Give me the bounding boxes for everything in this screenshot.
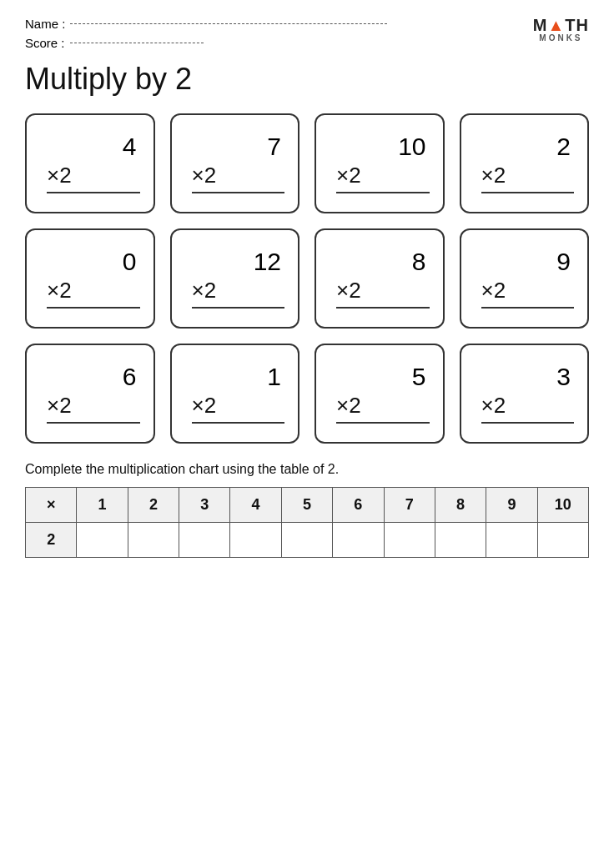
name-input-line [70,23,387,24]
chart-answer-cell[interactable] [77,523,128,558]
problem-inner: 12 ×2 [192,245,285,309]
name-score-section: Name : Score : [25,17,387,50]
problem-inner: 9 ×2 [481,245,575,309]
chart-answer-cell[interactable] [281,523,332,558]
chart-header-cell: × [26,488,77,523]
problem-top-number: 4 [47,130,140,163]
problem-top-number: 1 [192,360,285,393]
logo-math: M▲TH [533,17,589,33]
chart-answer-cell[interactable] [179,523,230,558]
multiplication-chart: ×123456789102 [25,487,589,558]
problem-top-number: 7 [192,130,285,163]
problem-line [336,422,430,424]
chart-answer-cell[interactable] [128,523,179,558]
problem-card: 0 ×2 [25,228,155,329]
chart-header-cell: 4 [230,488,281,523]
problem-card: 8 ×2 [315,228,445,329]
chart-header-cell: 8 [435,488,486,523]
problem-multiplier-row: ×2 [336,393,361,419]
problem-top-number: 2 [481,130,575,163]
multiplier-symbol: ×2 [47,393,72,419]
problem-line [192,422,285,424]
chart-answer-cell[interactable] [537,523,588,558]
chart-answer-cell[interactable] [230,523,281,558]
problem-top-number: 6 [47,360,140,393]
chart-header-cell: 9 [486,488,537,523]
multiplier-symbol: ×2 [481,393,506,419]
problem-inner: 10 ×2 [336,130,430,193]
problem-multiplier-row: ×2 [192,278,217,304]
score-label: Score : [25,36,65,50]
problem-line [481,192,575,193]
problem-multiplier-row: ×2 [192,393,217,419]
problem-card: 10 ×2 [315,113,445,213]
multiplier-symbol: ×2 [47,278,72,304]
problem-line [336,307,430,309]
multiplier-symbol: ×2 [481,163,506,188]
problem-multiplier-row: ×2 [192,163,217,188]
problem-card: 7 ×2 [170,113,300,213]
problem-top-number: 0 [47,245,140,278]
problem-inner: 0 ×2 [47,245,140,309]
problem-card: 5 ×2 [315,344,445,444]
problem-card: 6 ×2 [25,344,155,444]
problem-multiplier-row: ×2 [47,278,72,304]
problem-line [47,192,140,193]
problem-multiplier-row: ×2 [481,163,506,188]
chart-answer-cell[interactable] [333,523,384,558]
problem-card: 9 ×2 [460,228,590,329]
problem-multiplier-row: ×2 [47,393,72,419]
problem-top-number: 5 [336,360,430,393]
problem-multiplier-row: ×2 [47,163,72,188]
chart-answer-cell[interactable] [435,523,486,558]
problem-inner: 6 ×2 [47,360,140,424]
problem-card: 4 ×2 [25,113,155,213]
chart-header-cell: 2 [128,488,179,523]
problem-top-number: 8 [336,245,430,278]
chart-header-cell: 5 [281,488,332,523]
problem-line [47,307,140,309]
chart-answer-cell[interactable] [384,523,435,558]
problem-inner: 5 ×2 [336,360,430,424]
problem-multiplier-row: ×2 [336,278,361,304]
problem-line [481,307,575,309]
problem-top-number: 9 [481,245,575,278]
chart-instruction: Complete the multiplication chart using … [25,462,589,477]
chart-header-cell: 10 [537,488,588,523]
multiplier-symbol: ×2 [336,393,361,419]
problem-inner: 4 ×2 [47,130,140,193]
problem-top-number: 12 [192,245,285,278]
problem-card: 12 ×2 [170,228,300,329]
logo-monks: MONKS [539,33,582,43]
problem-inner: 2 ×2 [481,130,575,193]
problem-line [192,307,285,309]
score-input-line [70,43,204,43]
multiplier-symbol: ×2 [192,163,217,188]
page-title: Multiply by 2 [25,62,589,97]
multiplier-symbol: ×2 [192,393,217,419]
multiplier-symbol: ×2 [192,278,217,304]
problem-line [192,192,285,193]
problem-inner: 3 ×2 [481,360,575,424]
problem-card: 3 ×2 [460,344,590,444]
chart-answer-cell[interactable] [486,523,537,558]
chart-header-cell: 3 [179,488,230,523]
triangle-icon: ▲ [548,16,566,34]
header: Name : Score : M▲TH MONKS [25,17,589,50]
problems-grid: 4 ×2 7 ×2 10 ×2 [25,113,589,444]
name-label: Name : [25,17,65,31]
multiplier-symbol: ×2 [336,163,361,188]
problem-multiplier-row: ×2 [481,393,506,419]
problem-card: 2 ×2 [460,113,590,213]
problem-multiplier-row: ×2 [481,278,506,304]
chart-header-cell: 1 [77,488,128,523]
problem-line [481,422,575,424]
multiplier-symbol: ×2 [481,278,506,304]
problem-top-number: 10 [336,130,430,163]
logo: M▲TH MONKS [533,17,589,43]
chart-row-label: 2 [26,523,77,558]
problem-multiplier-row: ×2 [336,163,361,188]
score-field-row: Score : [25,36,387,50]
problem-inner: 1 ×2 [192,360,285,424]
problem-line [336,192,430,193]
